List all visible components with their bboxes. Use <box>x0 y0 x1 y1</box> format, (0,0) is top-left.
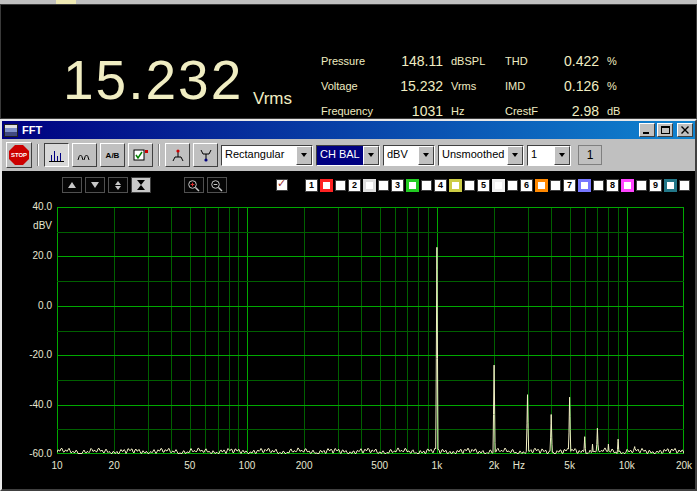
overlay-enable-checkbox[interactable]: ✓ <box>276 179 288 191</box>
channel-1-number[interactable]: 1 <box>305 179 318 192</box>
expand-range-button[interactable] <box>108 177 128 193</box>
chevron-down-icon <box>423 153 429 157</box>
window-function-dropdown-button[interactable] <box>296 146 312 165</box>
close-button[interactable] <box>677 123 693 137</box>
channel-8-group: 8 <box>606 179 647 192</box>
up-down-arrows-icon <box>115 181 121 190</box>
up-arrow-icon <box>68 182 76 188</box>
ab-compare-button[interactable]: A/B <box>100 143 125 167</box>
channel-8-color-swatch[interactable] <box>621 179 634 192</box>
channel-6-number[interactable]: 6 <box>520 179 533 192</box>
x-axis-tick-label: 20k <box>664 460 697 471</box>
voltage-unit: Vrms <box>451 80 501 92</box>
chevron-down-icon <box>512 153 518 157</box>
chart-controls: ✓ 123456789 <box>62 177 690 193</box>
channel-9-color-swatch[interactable] <box>664 179 677 192</box>
channel-4-checkbox[interactable] <box>464 180 475 191</box>
zoom-out-button[interactable] <box>207 177 227 193</box>
measurement-readouts: Pressure 148.11 dBSPL THD 0.422 % Voltag… <box>321 53 635 119</box>
channel-3-number[interactable]: 3 <box>391 179 404 192</box>
channel-2-color-swatch[interactable] <box>363 179 376 192</box>
channel-3-group: 3 <box>391 179 432 192</box>
minimize-button[interactable] <box>639 123 655 137</box>
crestf-label: CrestF <box>505 105 551 117</box>
channel-3-checkbox[interactable] <box>421 180 432 191</box>
channel-6-group: 6 <box>520 179 561 192</box>
options-check-button[interactable] <box>128 143 153 167</box>
channel-7-color-swatch[interactable] <box>578 179 591 192</box>
y-axis-tick-label: 0.0 <box>2 300 52 311</box>
channel-6-color-swatch[interactable] <box>535 179 548 192</box>
averages-dropdown-button[interactable] <box>554 146 570 165</box>
channel-dropdown-button[interactable] <box>363 146 379 165</box>
main-level-value: 15.232 <box>63 53 243 108</box>
screen: 15.232 Vrms Pressure 148.11 dBSPL THD 0.… <box>0 0 697 491</box>
channel-1-color-swatch[interactable] <box>320 179 333 192</box>
probe-icon-1 <box>171 149 185 162</box>
channel-9-checkbox[interactable] <box>679 180 690 191</box>
zoom-in-button[interactable] <box>184 177 204 193</box>
thd-value: 0.422 <box>555 53 603 69</box>
close-icon <box>681 126 689 134</box>
channel-4-color-swatch[interactable] <box>449 179 462 192</box>
channel-1-checkbox[interactable] <box>335 180 346 191</box>
thd-label: THD <box>505 55 551 67</box>
channel-8-number[interactable]: 8 <box>606 179 619 192</box>
fft-titlebar[interactable]: FFT <box>2 121 695 139</box>
spectrum-plot[interactable] <box>57 207 684 454</box>
channel-7-number[interactable]: 7 <box>563 179 576 192</box>
channel-5-number[interactable]: 5 <box>477 179 490 192</box>
channel-overlay-list: 123456789 <box>305 179 690 192</box>
toolbar-separator <box>158 144 160 166</box>
frequency-unit: Hz <box>451 105 501 117</box>
channel-2-group: 2 <box>348 179 389 192</box>
channel-7-checkbox[interactable] <box>593 180 604 191</box>
average-count-display: 1 <box>578 145 602 165</box>
ab-icon: A/B <box>106 151 120 160</box>
channel-9-number[interactable]: 9 <box>649 179 662 192</box>
averages-value: 1 <box>528 146 554 165</box>
channel-6-checkbox[interactable] <box>550 180 561 191</box>
window-function-value: Rectangular <box>222 146 296 165</box>
spectrum-view-button[interactable] <box>44 143 69 167</box>
channel-combo[interactable]: CH BAL <box>316 145 380 166</box>
main-level-unit: Vrms <box>253 89 292 109</box>
zoom-in-icon <box>187 179 201 192</box>
averages-combo[interactable]: 1 <box>527 145 571 166</box>
probe-icon-2 <box>199 149 213 162</box>
probe-button-1[interactable] <box>165 143 190 167</box>
probe-button-2[interactable] <box>193 143 218 167</box>
channel-5-color-swatch[interactable] <box>492 179 505 192</box>
maximize-button[interactable] <box>657 123 673 137</box>
channel-2-checkbox[interactable] <box>378 180 389 191</box>
amplitude-unit-dropdown-button[interactable] <box>418 146 434 165</box>
channel-2-number[interactable]: 2 <box>348 179 361 192</box>
pressure-unit: dBSPL <box>451 55 501 67</box>
stop-button[interactable]: STOP <box>6 142 32 168</box>
autoscale-button[interactable] <box>131 177 151 193</box>
pressure-value: 148.11 <box>387 53 447 69</box>
thd-unit: % <box>607 55 635 67</box>
y-axis-tick-label: -20.0 <box>2 349 52 360</box>
smoothing-dropdown-button[interactable] <box>507 146 523 165</box>
y-axis-tick-label: -40.0 <box>2 399 52 410</box>
channel-3-color-swatch[interactable] <box>406 179 419 192</box>
chevron-down-icon <box>368 153 374 157</box>
waveform-view-button[interactable] <box>72 143 97 167</box>
spectrum-chart-area: ✓ 123456789 40.020.00.0-20.0-40.0-60.0dB… <box>2 171 695 489</box>
channel-5-group: 5 <box>477 179 518 192</box>
x-axis-tick-label: 50 <box>170 460 210 471</box>
scale-up-button[interactable] <box>62 177 82 193</box>
scale-down-button[interactable] <box>85 177 105 193</box>
channel-4-number[interactable]: 4 <box>434 179 447 192</box>
channel-5-checkbox[interactable] <box>507 180 518 191</box>
frequency-value: 1031 <box>387 103 447 119</box>
window-function-combo[interactable]: Rectangular <box>221 145 313 166</box>
amplitude-unit-combo[interactable]: dBV <box>383 145 435 166</box>
channel-8-checkbox[interactable] <box>636 180 647 191</box>
imd-value: 0.126 <box>555 78 603 94</box>
smoothing-combo[interactable]: Unsmoothed <box>438 145 524 166</box>
x-axis-tick-label: 5k <box>550 460 590 471</box>
channel-value: CH BAL <box>317 146 363 165</box>
x-axis-tick-label: 1k <box>417 460 457 471</box>
